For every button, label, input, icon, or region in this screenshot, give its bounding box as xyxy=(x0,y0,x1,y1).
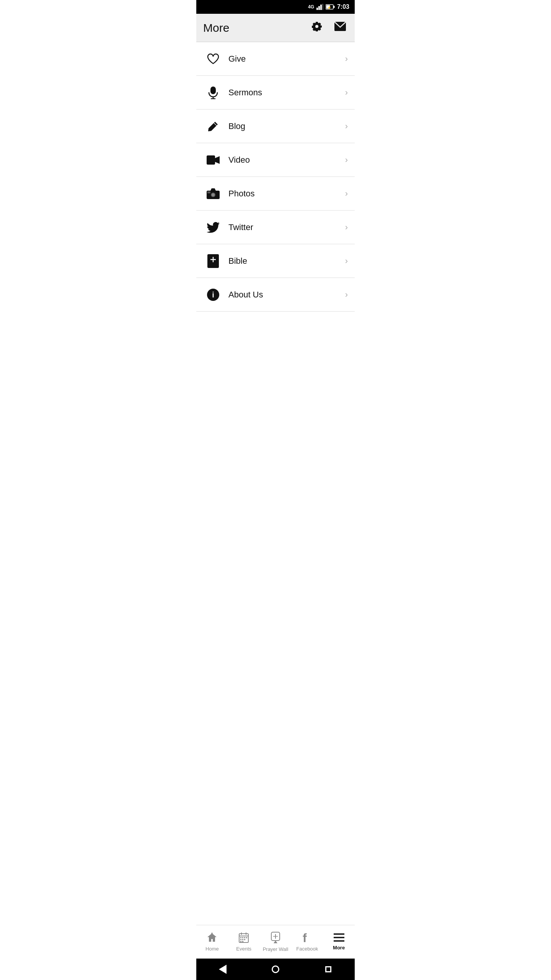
about-label: About Us xyxy=(228,290,345,300)
video-chevron: › xyxy=(345,155,348,165)
system-nav-bar xyxy=(196,959,355,980)
menu-item-about[interactable]: i About Us › xyxy=(196,278,355,312)
nav-prayer-wall[interactable]: Prayer Wall xyxy=(260,925,292,959)
gear-icon xyxy=(311,21,323,32)
svg-rect-37 xyxy=(244,939,245,940)
svg-rect-17 xyxy=(207,191,210,193)
give-chevron: › xyxy=(345,54,348,64)
menu-icon xyxy=(334,933,344,943)
svg-rect-0 xyxy=(316,8,318,10)
nav-more[interactable]: More xyxy=(323,925,355,959)
nav-facebook[interactable]: f Facebook xyxy=(291,925,323,959)
prayer-wall-nav-label: Prayer Wall xyxy=(263,946,289,952)
svg-rect-2 xyxy=(320,5,322,10)
svg-rect-14 xyxy=(207,155,215,165)
header-actions xyxy=(310,19,348,36)
menu-item-twitter[interactable]: Twitter › xyxy=(196,211,355,244)
svg-point-8 xyxy=(315,25,318,28)
home-button[interactable] xyxy=(271,965,280,974)
home-icon xyxy=(207,932,217,944)
svg-rect-36 xyxy=(242,939,243,940)
svg-rect-35 xyxy=(240,939,241,940)
svg-rect-34 xyxy=(246,937,247,938)
nav-home[interactable]: Home xyxy=(196,925,228,959)
menu-item-video[interactable]: Video › xyxy=(196,143,355,177)
svg-text:i: i xyxy=(212,291,214,299)
heart-icon xyxy=(203,53,223,65)
menu-item-bible[interactable]: Bible › xyxy=(196,244,355,278)
back-button[interactable] xyxy=(218,965,227,974)
video-label: Video xyxy=(228,155,345,165)
menu-item-photos[interactable]: Photos › xyxy=(196,177,355,211)
bible-icon xyxy=(203,254,223,268)
mic-icon xyxy=(203,86,223,99)
info-icon: i xyxy=(203,288,223,301)
twitter-chevron: › xyxy=(345,222,348,232)
prayer-icon xyxy=(271,932,280,945)
bible-label: Bible xyxy=(228,256,345,266)
home-nav-label: Home xyxy=(205,946,219,952)
svg-rect-39 xyxy=(242,941,243,942)
camera-icon xyxy=(203,188,223,199)
svg-rect-10 xyxy=(210,87,216,94)
facebook-icon: f xyxy=(303,932,312,944)
page-title: More xyxy=(203,21,229,34)
bible-chevron: › xyxy=(345,256,348,266)
svg-marker-15 xyxy=(215,156,220,164)
twitter-icon xyxy=(203,222,223,233)
messages-button[interactable] xyxy=(333,20,348,36)
status-icons: 4G ⚡ 7:03 xyxy=(308,3,349,10)
photos-chevron: › xyxy=(345,189,348,199)
pencil-icon xyxy=(203,121,223,132)
more-nav-label: More xyxy=(333,945,345,951)
sermons-chevron: › xyxy=(345,88,348,98)
signal-icon xyxy=(316,4,323,10)
blog-chevron: › xyxy=(345,121,348,131)
recents-button[interactable] xyxy=(324,965,333,974)
svg-point-19 xyxy=(212,193,215,196)
svg-rect-31 xyxy=(240,937,241,938)
menu-item-sermons[interactable]: Sermons › xyxy=(196,76,355,109)
menu-item-blog[interactable]: Blog › xyxy=(196,109,355,143)
svg-rect-32 xyxy=(242,937,243,938)
facebook-nav-label: Facebook xyxy=(296,946,318,952)
calendar-icon xyxy=(239,932,249,944)
give-label: Give xyxy=(228,54,345,64)
bottom-navigation: Home Events xyxy=(196,925,355,959)
menu-item-give[interactable]: Give › xyxy=(196,42,355,76)
settings-button[interactable] xyxy=(310,19,324,36)
svg-text:⚡: ⚡ xyxy=(327,5,332,10)
blog-label: Blog xyxy=(228,121,345,131)
svg-rect-33 xyxy=(244,937,245,938)
envelope-icon xyxy=(334,21,346,31)
sermons-label: Sermons xyxy=(228,88,345,98)
app-header: More xyxy=(196,14,355,42)
about-chevron: › xyxy=(345,290,348,300)
svg-text:f: f xyxy=(303,932,307,943)
network-label: 4G xyxy=(308,4,314,10)
twitter-label: Twitter xyxy=(228,222,345,232)
events-nav-label: Events xyxy=(236,946,251,952)
svg-rect-3 xyxy=(322,4,323,10)
video-icon xyxy=(203,155,223,165)
status-bar: 4G ⚡ 7:03 xyxy=(196,0,355,14)
svg-rect-5 xyxy=(333,6,334,8)
photos-label: Photos xyxy=(228,189,345,199)
nav-events[interactable]: Events xyxy=(228,925,260,959)
battery-icon: ⚡ xyxy=(326,4,335,10)
time-display: 7:03 xyxy=(337,3,349,10)
menu-list: Give › Sermons › Blog › xyxy=(196,42,355,925)
svg-rect-38 xyxy=(240,941,241,942)
svg-rect-1 xyxy=(318,6,320,10)
